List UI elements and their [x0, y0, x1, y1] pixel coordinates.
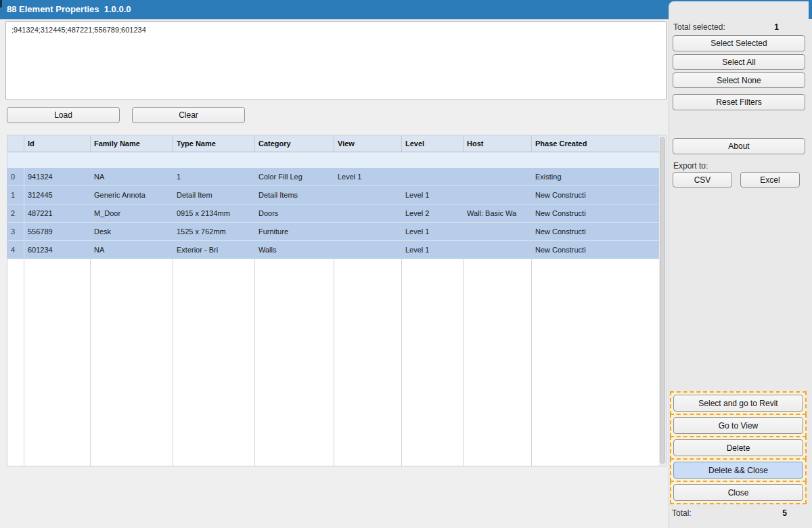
cell-id[interactable]: 941324 — [24, 168, 91, 185]
table-row[interactable]: 4 601234 NA Exterior - Bri Walls Level 1… — [7, 241, 660, 259]
header-level[interactable]: Level — [402, 135, 464, 152]
total-value: 5 — [782, 508, 787, 518]
select-selected-button[interactable]: Select Selected — [673, 35, 805, 51]
total-label: Total: — [672, 508, 692, 518]
reset-filters-button[interactable]: Reset Filters — [673, 94, 805, 110]
cell-family-name[interactable]: NA — [91, 241, 173, 259]
select-and-go-to-revit-button[interactable]: Select and go to Revit — [673, 395, 803, 412]
cell-id[interactable]: 487221 — [24, 204, 91, 222]
empty-cell — [532, 259, 660, 466]
cell-view[interactable] — [334, 223, 402, 240]
element-ids-input[interactable]: ;941324;312445;487221;556789;601234 — [5, 21, 667, 100]
row-index: 2 — [7, 204, 24, 222]
cell-family-name[interactable]: M_Door — [91, 204, 173, 222]
header-phase-created[interactable]: Phase Created — [532, 135, 660, 152]
element-table: Id Family Name Type Name Category View L… — [7, 135, 667, 466]
cell-category[interactable]: Walls — [255, 241, 334, 259]
export-excel-button[interactable]: Excel — [740, 172, 800, 188]
delete-button[interactable]: Delete — [673, 439, 803, 456]
about-button[interactable]: About — [673, 138, 805, 154]
header-family-name[interactable]: Family Name — [91, 135, 173, 152]
cell-family-name[interactable]: Desk — [91, 223, 173, 240]
cell-host[interactable]: Wall: Basic Wa — [464, 204, 532, 222]
cell-category[interactable]: Furniture — [255, 223, 334, 240]
cell-phase-created[interactable]: New Constructi — [532, 241, 660, 259]
header-view[interactable]: View — [334, 135, 402, 152]
dashed-box: Delete && Close — [670, 458, 807, 482]
cell-view[interactable]: Level 1 — [334, 168, 402, 185]
cell-id[interactable]: 312445 — [24, 186, 91, 204]
table-row[interactable]: 0 941324 NA 1 Color Fill Leg Level 1 Exi… — [7, 168, 660, 186]
table-scrollbar[interactable] — [659, 135, 666, 466]
header-type-name[interactable]: Type Name — [173, 135, 255, 152]
delete-and-close-button[interactable]: Delete && Close — [673, 462, 803, 479]
total-selected-label: Total selected: — [673, 22, 725, 32]
cell-view[interactable] — [334, 204, 402, 222]
load-button[interactable]: Load — [7, 107, 120, 123]
row-index: 3 — [7, 223, 24, 240]
cell-phase-created[interactable]: New Constructi — [532, 186, 660, 204]
empty-cell — [91, 259, 173, 466]
cell-host[interactable] — [464, 168, 532, 185]
select-none-button[interactable]: Select None — [673, 72, 805, 88]
cell-phase-created[interactable]: Existing — [532, 168, 660, 185]
header-id[interactable]: Id — [24, 135, 91, 152]
row-index: 4 — [7, 241, 24, 259]
cell-phase-created[interactable]: New Constructi — [532, 204, 660, 222]
table-scrollbar-thumb[interactable] — [660, 137, 665, 464]
side-panel: Total selected: 1 Select Selected Select… — [669, 1, 809, 528]
empty-cell — [24, 259, 91, 466]
cell-host[interactable] — [464, 223, 532, 240]
cell-type-name[interactable]: 0915 x 2134mm — [173, 204, 255, 222]
table-row[interactable]: 2 487221 M_Door 0915 x 2134mm Doors Leve… — [7, 204, 660, 223]
cell-category[interactable]: Color Fill Leg — [255, 168, 334, 185]
dashed-box: Close — [670, 481, 807, 504]
cell-level[interactable]: Level 2 — [402, 204, 464, 222]
cell-type-name[interactable]: 1 — [173, 168, 255, 185]
cell-view[interactable] — [334, 186, 402, 204]
clear-button[interactable]: Clear — [132, 107, 245, 123]
cell-id[interactable]: 556789 — [24, 223, 91, 240]
window-title: 88 Element Properties 1.0.0.0 — [7, 0, 131, 19]
row-index: 1 — [7, 186, 24, 204]
cell-category[interactable]: Doors — [255, 204, 334, 222]
cell-category[interactable]: Detail Items — [255, 186, 334, 204]
cell-level[interactable]: Level 1 — [402, 186, 464, 204]
cell-type-name[interactable]: 1525 x 762mm — [173, 223, 255, 240]
cell-phase-created[interactable]: New Constructi — [532, 223, 660, 240]
table-row[interactable]: 1 312445 Generic Annota Detail Item Deta… — [7, 186, 660, 204]
table-filter-row[interactable] — [7, 152, 660, 168]
export-csv-button[interactable]: CSV — [673, 172, 732, 188]
go-to-view-button[interactable]: Go to View — [673, 417, 803, 434]
cell-family-name[interactable]: Generic Annota — [91, 186, 173, 204]
header-category[interactable]: Category — [255, 135, 334, 152]
cell-view[interactable] — [334, 241, 402, 259]
empty-cell — [464, 259, 532, 466]
empty-cell — [7, 259, 24, 466]
row-index: 0 — [7, 168, 24, 185]
empty-cell — [255, 259, 334, 466]
action-button-group: Select and go to Revit Go to View Delete… — [670, 391, 807, 504]
export-to-label: Export to: — [673, 161, 708, 171]
dashed-box: Delete — [670, 436, 807, 460]
window-corner-notch — [0, 0, 2, 7]
cell-family-name[interactable]: NA — [91, 168, 173, 185]
cell-level[interactable]: Level 1 — [402, 223, 464, 240]
cell-host[interactable] — [464, 241, 532, 259]
empty-cell — [173, 259, 255, 466]
table-empty-area — [7, 259, 660, 466]
cell-level[interactable]: Level 1 — [402, 241, 464, 259]
cell-type-name[interactable]: Detail Item — [173, 186, 255, 204]
select-all-button[interactable]: Select All — [673, 54, 805, 70]
cell-type-name[interactable]: Exterior - Bri — [173, 241, 255, 259]
empty-cell — [402, 259, 464, 466]
cell-level[interactable] — [402, 168, 464, 185]
cell-id[interactable]: 601234 — [24, 241, 91, 259]
empty-cell — [334, 259, 402, 466]
close-button[interactable]: Close — [673, 484, 803, 501]
dashed-box: Select and go to Revit — [670, 391, 807, 415]
cell-host[interactable] — [464, 186, 532, 204]
header-host[interactable]: Host — [464, 135, 532, 152]
table-row[interactable]: 3 556789 Desk 1525 x 762mm Furniture Lev… — [7, 223, 660, 241]
total-selected-value: 1 — [774, 22, 779, 32]
